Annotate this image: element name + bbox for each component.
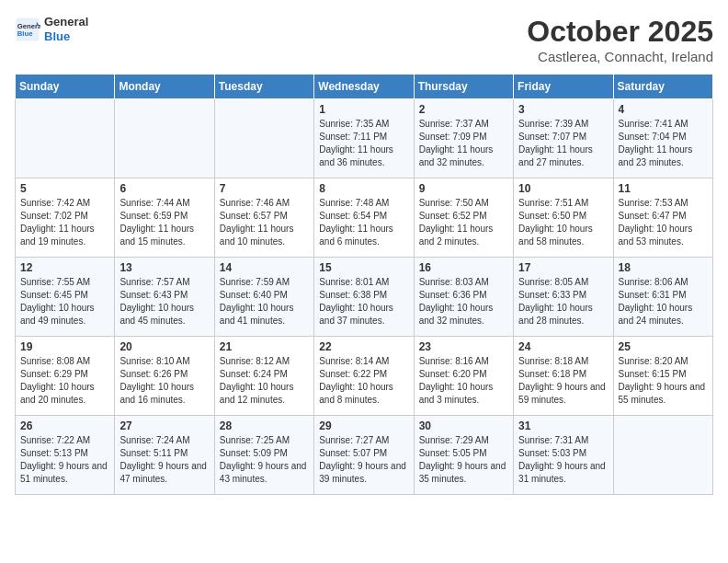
day-number: 13 (119, 261, 209, 274)
day-info: Sunrise: 8:16 AM Sunset: 6:20 PM Dayligh… (419, 355, 508, 407)
day-cell: 22Sunrise: 8:14 AM Sunset: 6:22 PM Dayli… (314, 337, 414, 416)
day-info: Sunrise: 7:25 AM Sunset: 5:09 PM Dayligh… (220, 434, 309, 486)
page-header: General Blue General Blue October 2025 C… (15, 15, 713, 64)
day-number: 25 (619, 340, 708, 353)
day-number: 24 (518, 340, 608, 353)
col-header-friday: Friday (514, 75, 613, 99)
day-cell: 25Sunrise: 8:20 AM Sunset: 6:15 PM Dayli… (613, 337, 712, 416)
day-info: Sunrise: 8:14 AM Sunset: 6:22 PM Dayligh… (319, 355, 408, 407)
day-cell: 31Sunrise: 7:31 AM Sunset: 5:03 PM Dayli… (514, 416, 613, 495)
day-cell: 12Sunrise: 7:55 AM Sunset: 6:45 PM Dayli… (16, 258, 115, 337)
day-cell: 1Sunrise: 7:35 AM Sunset: 7:11 PM Daylig… (314, 99, 414, 178)
day-info: Sunrise: 8:18 AM Sunset: 6:18 PM Dayligh… (518, 355, 608, 407)
day-info: Sunrise: 8:08 AM Sunset: 6:29 PM Dayligh… (20, 355, 109, 407)
week-row-1: 1Sunrise: 7:35 AM Sunset: 7:11 PM Daylig… (16, 99, 713, 178)
month-title: October 2025 (527, 15, 713, 49)
day-number: 26 (20, 419, 109, 432)
day-info: Sunrise: 8:06 AM Sunset: 6:31 PM Dayligh… (619, 276, 708, 327)
logo-text-line1: General (44, 15, 88, 29)
day-info: Sunrise: 7:35 AM Sunset: 7:11 PM Dayligh… (319, 118, 408, 169)
day-cell: 28Sunrise: 7:25 AM Sunset: 5:09 PM Dayli… (214, 416, 313, 495)
day-info: Sunrise: 7:24 AM Sunset: 5:11 PM Dayligh… (119, 434, 209, 486)
day-info: Sunrise: 7:29 AM Sunset: 5:05 PM Dayligh… (419, 434, 508, 486)
calendar-table: SundayMondayTuesdayWednesdayThursdayFrid… (15, 74, 713, 495)
col-header-thursday: Thursday (414, 75, 513, 99)
week-row-4: 19Sunrise: 8:08 AM Sunset: 6:29 PM Dayli… (16, 337, 713, 416)
day-cell: 3Sunrise: 7:39 AM Sunset: 7:07 PM Daylig… (514, 99, 613, 178)
day-cell: 16Sunrise: 8:03 AM Sunset: 6:36 PM Dayli… (414, 258, 513, 337)
day-cell: 17Sunrise: 8:05 AM Sunset: 6:33 PM Dayli… (514, 258, 613, 337)
day-cell: 10Sunrise: 7:51 AM Sunset: 6:50 PM Dayli… (514, 178, 613, 258)
day-cell: 18Sunrise: 8:06 AM Sunset: 6:31 PM Dayli… (613, 258, 712, 337)
day-info: Sunrise: 7:48 AM Sunset: 6:54 PM Dayligh… (319, 197, 408, 248)
day-cell: 26Sunrise: 7:22 AM Sunset: 5:13 PM Dayli… (16, 416, 115, 495)
location-subtitle: Castlerea, Connacht, Ireland (527, 49, 713, 64)
day-number: 19 (20, 340, 109, 353)
logo: General Blue General Blue (15, 15, 88, 43)
logo-text-line2: Blue (44, 29, 88, 44)
day-info: Sunrise: 8:12 AM Sunset: 6:24 PM Dayligh… (220, 355, 309, 407)
day-number: 21 (220, 340, 309, 353)
col-header-monday: Monday (115, 75, 214, 99)
day-info: Sunrise: 7:27 AM Sunset: 5:07 PM Dayligh… (319, 434, 408, 486)
day-cell: 11Sunrise: 7:53 AM Sunset: 6:47 PM Dayli… (613, 178, 712, 258)
day-number: 7 (220, 182, 309, 195)
col-header-wednesday: Wednesday (314, 75, 414, 99)
day-cell: 13Sunrise: 7:57 AM Sunset: 6:43 PM Dayli… (115, 258, 214, 337)
day-number: 23 (419, 340, 508, 353)
day-number: 30 (419, 419, 508, 432)
day-cell: 4Sunrise: 7:41 AM Sunset: 7:04 PM Daylig… (613, 99, 712, 178)
day-cell: 2Sunrise: 7:37 AM Sunset: 7:09 PM Daylig… (414, 99, 513, 178)
day-cell (214, 99, 313, 178)
day-info: Sunrise: 8:01 AM Sunset: 6:38 PM Dayligh… (319, 276, 408, 327)
day-cell: 15Sunrise: 8:01 AM Sunset: 6:38 PM Dayli… (314, 258, 414, 337)
day-cell: 5Sunrise: 7:42 AM Sunset: 7:02 PM Daylig… (16, 178, 115, 258)
day-cell (16, 99, 115, 178)
day-number: 4 (619, 103, 708, 116)
day-info: Sunrise: 7:37 AM Sunset: 7:09 PM Dayligh… (419, 118, 508, 169)
day-cell: 9Sunrise: 7:50 AM Sunset: 6:52 PM Daylig… (414, 178, 513, 258)
day-number: 11 (619, 182, 708, 195)
svg-text:Blue: Blue (17, 29, 33, 38)
day-info: Sunrise: 7:53 AM Sunset: 6:47 PM Dayligh… (619, 197, 708, 248)
day-number: 12 (20, 261, 109, 274)
day-cell: 19Sunrise: 8:08 AM Sunset: 6:29 PM Dayli… (16, 337, 115, 416)
day-cell (613, 416, 712, 495)
day-info: Sunrise: 7:51 AM Sunset: 6:50 PM Dayligh… (518, 197, 608, 248)
day-number: 8 (319, 182, 408, 195)
day-number: 28 (220, 419, 309, 432)
day-info: Sunrise: 7:50 AM Sunset: 6:52 PM Dayligh… (419, 197, 508, 248)
day-info: Sunrise: 8:20 AM Sunset: 6:15 PM Dayligh… (619, 355, 708, 407)
day-number: 3 (518, 103, 608, 116)
day-cell: 6Sunrise: 7:44 AM Sunset: 6:59 PM Daylig… (115, 178, 214, 258)
day-cell (115, 99, 214, 178)
day-info: Sunrise: 7:59 AM Sunset: 6:40 PM Dayligh… (220, 276, 309, 327)
day-number: 2 (419, 103, 508, 116)
day-cell: 7Sunrise: 7:46 AM Sunset: 6:57 PM Daylig… (214, 178, 313, 258)
day-info: Sunrise: 7:39 AM Sunset: 7:07 PM Dayligh… (518, 118, 608, 169)
day-number: 15 (319, 261, 408, 274)
day-info: Sunrise: 8:10 AM Sunset: 6:26 PM Dayligh… (119, 355, 209, 407)
col-header-tuesday: Tuesday (214, 75, 313, 99)
day-number: 5 (20, 182, 109, 195)
day-info: Sunrise: 7:44 AM Sunset: 6:59 PM Dayligh… (119, 197, 209, 248)
day-cell: 8Sunrise: 7:48 AM Sunset: 6:54 PM Daylig… (314, 178, 414, 258)
day-number: 1 (319, 103, 408, 116)
day-cell: 20Sunrise: 8:10 AM Sunset: 6:26 PM Dayli… (115, 337, 214, 416)
col-header-sunday: Sunday (16, 75, 115, 99)
day-info: Sunrise: 7:41 AM Sunset: 7:04 PM Dayligh… (619, 118, 708, 169)
day-number: 22 (319, 340, 408, 353)
day-number: 31 (518, 419, 608, 432)
day-number: 17 (518, 261, 608, 274)
week-row-5: 26Sunrise: 7:22 AM Sunset: 5:13 PM Dayli… (16, 416, 713, 495)
day-cell: 14Sunrise: 7:59 AM Sunset: 6:40 PM Dayli… (214, 258, 313, 337)
day-info: Sunrise: 7:31 AM Sunset: 5:03 PM Dayligh… (518, 434, 608, 486)
day-info: Sunrise: 7:46 AM Sunset: 6:57 PM Dayligh… (220, 197, 309, 248)
day-cell: 23Sunrise: 8:16 AM Sunset: 6:20 PM Dayli… (414, 337, 513, 416)
day-number: 16 (419, 261, 508, 274)
title-area: October 2025 Castlerea, Connacht, Irelan… (527, 15, 713, 64)
day-number: 10 (518, 182, 608, 195)
day-number: 9 (419, 182, 508, 195)
day-info: Sunrise: 8:05 AM Sunset: 6:33 PM Dayligh… (518, 276, 608, 327)
day-number: 27 (119, 419, 209, 432)
